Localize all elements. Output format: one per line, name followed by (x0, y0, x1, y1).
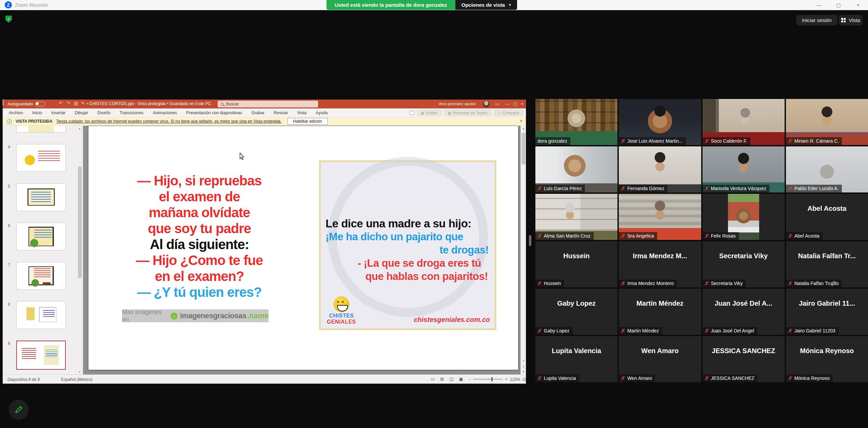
menu-item-ayuda[interactable]: Ayuda (316, 110, 328, 115)
reading-view-icon[interactable]: ◫ (449, 376, 453, 382)
thumbnail-preview[interactable] (16, 262, 66, 290)
participant-tile[interactable]: JESSICA SANCHEZ JESSICA SANCHEZ (703, 336, 785, 382)
participant-tile[interactable]: Luis García Pérez (535, 146, 617, 192)
slide-thumbnail[interactable] (3, 126, 83, 133)
panel-resize-handle[interactable] (529, 235, 531, 246)
annotate-button[interactable] (9, 400, 28, 420)
participant-tile[interactable]: Wen Amaro Wen Amaro (619, 336, 701, 382)
slide-thumbnail[interactable]: 7 (3, 262, 83, 290)
autosave-toggle[interactable] (35, 102, 45, 106)
zoom-out-icon[interactable]: − (469, 377, 471, 382)
slide-thumbnail[interactable]: 5 (3, 183, 83, 211)
enable-editing-button[interactable]: Habilitar edición (288, 118, 328, 125)
participant-tile[interactable]: Fernanda Gómez (619, 146, 701, 192)
close-button[interactable]: × (848, 0, 868, 10)
participant-tile[interactable]: Mónica Reynoso Mónica Reynoso (786, 336, 868, 382)
participant-tile[interactable]: dora gonzalez (535, 99, 617, 145)
zoom-slider[interactable] (473, 379, 502, 380)
language-indicator[interactable]: Español (México) (61, 377, 93, 382)
ppt-close-button[interactable]: × (517, 100, 527, 108)
search-input[interactable]: Buscar (218, 101, 318, 107)
slide-thumbnail[interactable]: 4 (3, 144, 83, 172)
view-options-button[interactable]: Opciones de vista ▾ (455, 0, 517, 10)
slideshow-view-icon[interactable]: ▣ (459, 376, 463, 382)
minimize-button[interactable]: — (809, 0, 829, 10)
ribbon-display-icon[interactable]: ▭ (492, 100, 502, 108)
thumbnail-preview[interactable] (16, 301, 66, 329)
slide-thumbnail[interactable]: 8 (3, 301, 83, 329)
participant-tile[interactable]: Secretaria Viky Secretaria Viky (703, 241, 785, 287)
menu-item-transiciones[interactable]: Transiciones (120, 110, 143, 115)
fit-to-window-icon[interactable]: ⊡ (522, 377, 526, 382)
participant-name-label: Soco Calderón F. (703, 137, 750, 145)
menu-item-vista[interactable]: Vista (297, 110, 307, 115)
menu-item-inicio[interactable]: Inicio (32, 110, 42, 115)
scrollbar-thumb[interactable] (78, 166, 82, 278)
scroll-up-icon[interactable]: ▲ (521, 126, 526, 131)
thumbnail-scrollbar[interactable]: ▲ ▼ (77, 126, 82, 374)
participant-tile[interactable]: Soco Calderón F. (703, 99, 785, 145)
menu-item-archivo[interactable]: Archivo (9, 110, 23, 115)
menu-item-disen-o[interactable]: Diseño (97, 110, 111, 115)
slide-counter: Diapositiva 9 de 9 (7, 377, 40, 382)
thumbnail-preview[interactable] (16, 144, 66, 172)
scroll-down-icon[interactable]: ▼ (521, 369, 526, 374)
sign-in-button[interactable]: Iniciar sesión (796, 15, 837, 25)
slide-thumbnail[interactable]: 6 (3, 223, 83, 250)
comments-icon[interactable] (409, 111, 414, 115)
next-slide-icon[interactable]: ↡ (521, 364, 526, 369)
participant-tile[interactable]: Natalia Falfan Tr... Natalia Falfan Truj… (786, 241, 868, 287)
participant-tile[interactable]: Sra Angelica (619, 194, 701, 240)
scroll-up-icon[interactable]: ▲ (77, 126, 82, 131)
view-mode-button[interactable]: Vista (839, 15, 863, 25)
participant-tile[interactable]: Martín Méndez Martín Méndez (619, 289, 701, 335)
menu-item-presentacio-n-con-diapositivas[interactable]: Presentación con diapositivas (186, 110, 242, 115)
pen-icon[interactable]: ✎ (81, 101, 85, 106)
participant-tile[interactable]: Gaby Lopez Gaby Lopez (535, 289, 617, 335)
participant-tile[interactable]: Abel Acosta Abel Acosta (786, 194, 868, 240)
ribbon-button-compartir[interactable]: ⇪Compartir (494, 110, 523, 116)
slide-vertical-scrollbar[interactable]: ▲ ↟ ↡ ▼ (520, 126, 526, 374)
redo-icon[interactable]: ↷ (66, 101, 70, 106)
participant-tile[interactable]: Jose Luis Alvarez Martin... (619, 99, 701, 145)
account-avatar[interactable] (483, 101, 490, 107)
thumbnail-preview[interactable] (16, 126, 66, 133)
participant-tile[interactable]: Irma Mendez M... Irma Mendez Montero (619, 241, 701, 287)
thumbnail-preview[interactable] (16, 341, 66, 370)
ribbon-button-grabar[interactable]: ◉Grabar (417, 110, 441, 116)
save-icon[interactable] (3, 99, 3, 106)
protected-view-close-icon[interactable]: × (520, 118, 522, 124)
participant-tile[interactable]: Alma San Martín Cruz (535, 194, 617, 240)
thumbnail-preview[interactable] (16, 223, 66, 250)
menu-item-animaciones[interactable]: Animaciones (153, 110, 177, 115)
zoom-in-icon[interactable]: + (505, 377, 508, 382)
scroll-down-icon[interactable]: ▼ (77, 369, 82, 374)
slide-sorter-icon[interactable]: ⊞ (440, 376, 444, 382)
slideshow-icon[interactable]: ▤ (74, 101, 78, 106)
participant-tile[interactable]: Juan José Del A... Juan José Del Angel (703, 289, 785, 335)
slide-thumbnail[interactable]: 9 (3, 341, 83, 370)
participant-tile[interactable]: Lupita Valencia Lupita Valencia (535, 336, 617, 382)
restore-button[interactable]: ▢ (829, 0, 848, 10)
menu-item-dibujar[interactable]: Dibujar (75, 110, 88, 115)
thumbnail-preview[interactable] (16, 183, 66, 211)
protected-view-message[interactable]: Tenga cuidado: los archivos de Internet … (56, 119, 282, 124)
menu-item-revisar[interactable]: Revisar (274, 110, 288, 115)
zoom-slider-thumb[interactable] (491, 377, 493, 381)
normal-view-icon[interactable]: ▭ (431, 376, 435, 382)
scrollbar-thumb[interactable] (521, 133, 526, 165)
participant-tile[interactable]: Jairo Gabriel 11... Jairo Gabriel 11203 (786, 289, 868, 335)
previous-slide-icon[interactable]: ↟ (521, 358, 526, 364)
participant-tile[interactable]: Pablo Eder Lucido A. (786, 146, 868, 192)
menu-item-insertar[interactable]: Insertar (51, 110, 65, 115)
participant-name-label: Secretaria Viky (703, 280, 746, 287)
participant-tile[interactable]: Hussein Hussein (535, 241, 617, 287)
participant-tile[interactable]: Felix Rosas (703, 194, 785, 240)
undo-icon[interactable]: ↶ (59, 101, 63, 106)
participant-tile[interactable]: Maricela Ventura Vázquez (703, 146, 785, 192)
zoom-percentage[interactable]: 123% (510, 377, 520, 382)
menu-item-grabar[interactable]: Grabar (251, 110, 264, 115)
participant-tile[interactable]: Miriam R. Cámara C. (786, 99, 868, 145)
quick-access-chevron-icon[interactable]: ▾ (86, 102, 88, 105)
ribbon-button-presentar-en-teams[interactable]: ▦Presentar en Teams (444, 110, 491, 116)
